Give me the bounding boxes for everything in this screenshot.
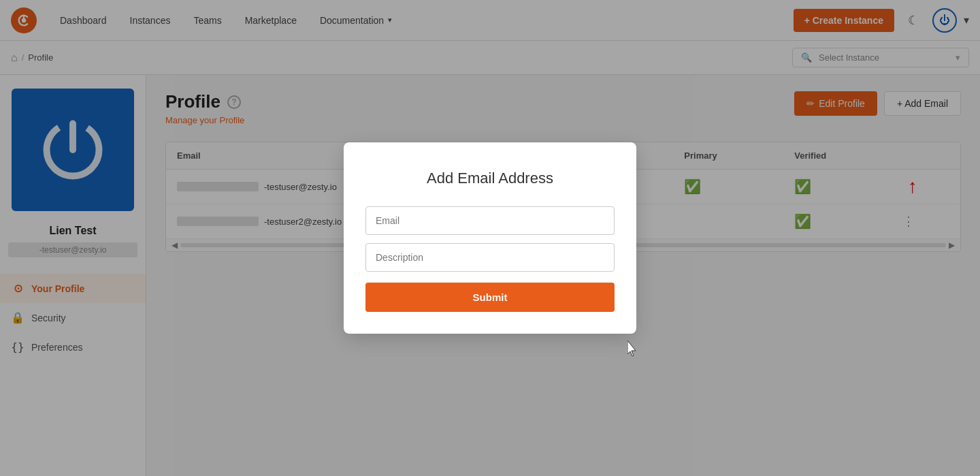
email-input[interactable] bbox=[365, 206, 615, 235]
modal-title: Add Email Address bbox=[365, 170, 615, 187]
add-email-modal: Add Email Address Submit bbox=[344, 142, 636, 334]
submit-button[interactable]: Submit bbox=[365, 283, 615, 312]
modal-overlay[interactable]: Add Email Address Submit bbox=[0, 0, 980, 476]
description-input[interactable] bbox=[365, 243, 615, 272]
